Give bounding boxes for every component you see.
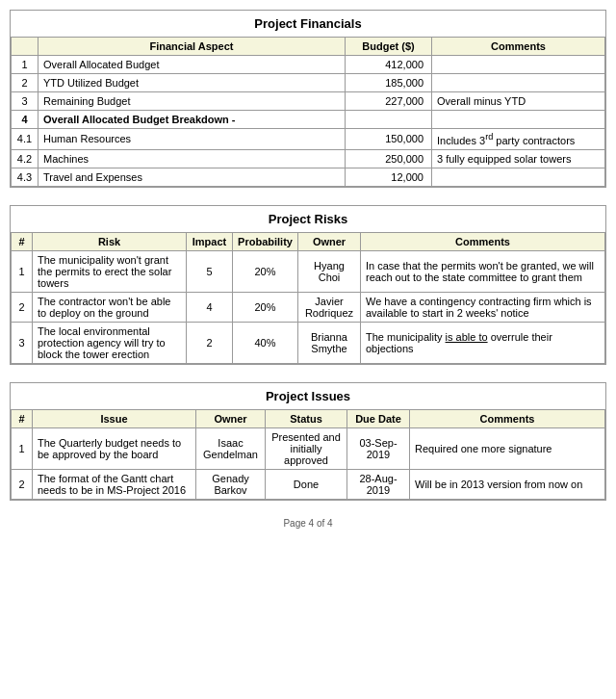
- row-aspect: Machines: [38, 149, 346, 168]
- row-num: 3: [12, 92, 38, 111]
- issues-title: Project Issues: [11, 383, 605, 409]
- risks-row-owner: Javier Rodriquez: [298, 292, 361, 322]
- risks-table: # Risk Impact Probability Owner Comments…: [11, 232, 605, 364]
- row-num: 4.2: [12, 149, 38, 168]
- issues-row-owner: Genady Barkov: [196, 469, 266, 499]
- row-num: 4.1: [12, 129, 38, 150]
- risks-row: 3 The local environmental protection age…: [12, 322, 605, 363]
- issues-row-num: 2: [12, 469, 33, 499]
- row-comments: Includes 3rd party contractors: [432, 129, 605, 150]
- risks-row-num: 1: [12, 250, 33, 292]
- risks-col-num: #: [12, 232, 33, 250]
- issues-row-due: 03-Sep-2019: [347, 427, 410, 469]
- issues-header-row: # Issue Owner Status Due Date Comments: [12, 409, 605, 427]
- risks-row-owner: Brianna Smythe: [298, 322, 361, 363]
- risks-row-prob: 20%: [233, 292, 298, 322]
- risks-row-impact: 2: [187, 322, 233, 363]
- risks-row-num: 2: [12, 292, 33, 322]
- row-budget: 150,000: [346, 129, 432, 150]
- issues-row-issue: The format of the Gantt chart needs to b…: [33, 469, 196, 499]
- issues-row-status: Presented and initially approved: [266, 427, 347, 469]
- financials-row: 4.1 Human Resources 150,000 Includes 3rd…: [12, 129, 605, 150]
- risks-row-impact: 4: [187, 292, 233, 322]
- financials-row: 4.2 Machines 250,000 3 fully equipped so…: [12, 149, 605, 168]
- risks-row-prob: 20%: [233, 250, 298, 292]
- issues-col-due: Due Date: [347, 409, 410, 427]
- risks-row-prob: 40%: [233, 322, 298, 363]
- row-aspect: Overall Allocated Budget: [38, 56, 346, 74]
- risks-row-comments: We have a contingency contracting firm w…: [361, 292, 605, 322]
- risks-row-owner: Hyang Choi: [298, 250, 361, 292]
- row-aspect: Human Resources: [38, 129, 346, 150]
- risks-row-risk: The contractor won't be able to deploy o…: [33, 292, 187, 322]
- financials-title: Project Financials: [11, 11, 605, 37]
- issues-row-comments: Required one more signature: [410, 427, 605, 469]
- risks-row: 1 The municipality won't grant the permi…: [12, 250, 605, 292]
- risks-row-impact: 5: [187, 250, 233, 292]
- row-aspect: YTD Utilized Budget: [38, 74, 346, 92]
- row-num: 2: [12, 74, 38, 92]
- issues-row-due: 28-Aug-2019: [347, 469, 410, 499]
- row-aspect: Overall Allocated Budget Breakdown -: [38, 111, 346, 129]
- row-budget: 185,000: [346, 74, 432, 92]
- financials-header-row: Financial Aspect Budget ($) Comments: [12, 38, 605, 56]
- financials-row: 3 Remaining Budget 227,000 Overall minus…: [12, 92, 605, 111]
- issues-row-status: Done: [266, 469, 347, 499]
- financials-row: 4.3 Travel and Expenses 12,000: [12, 168, 605, 186]
- row-num: 4: [12, 111, 38, 129]
- risks-row-comments: The municipality is able to overrule the…: [361, 322, 605, 363]
- risks-row-risk: The municipality won't grant the permits…: [33, 250, 187, 292]
- issues-section: Project Issues # Issue Owner Status Due …: [10, 382, 606, 501]
- row-comments: Overall minus YTD: [432, 92, 605, 111]
- issues-row-num: 1: [12, 427, 33, 469]
- risks-title: Project Risks: [11, 206, 605, 232]
- row-comments: [432, 168, 605, 186]
- col-num-header: [12, 38, 38, 56]
- issues-row: 2 The format of the Gantt chart needs to…: [12, 469, 605, 499]
- row-aspect: Travel and Expenses: [38, 168, 346, 186]
- risks-section: Project Risks # Risk Impact Probability …: [10, 205, 606, 365]
- issues-col-issue: Issue: [33, 409, 196, 427]
- risks-row-comments: In case that the permits won't be grante…: [361, 250, 605, 292]
- row-comments: 3 fully equipped solar towers: [432, 149, 605, 168]
- financials-table: Financial Aspect Budget ($) Comments 1 O…: [11, 37, 605, 187]
- risks-header-row: # Risk Impact Probability Owner Comments: [12, 232, 605, 250]
- row-budget: [346, 111, 432, 129]
- financials-row: 1 Overall Allocated Budget 412,000: [12, 56, 605, 74]
- issues-col-num: #: [12, 409, 33, 427]
- financials-row: 2 YTD Utilized Budget 185,000: [12, 74, 605, 92]
- issues-col-status: Status: [266, 409, 347, 427]
- row-budget: 227,000: [346, 92, 432, 111]
- row-budget: 412,000: [346, 56, 432, 74]
- row-aspect: Remaining Budget: [38, 92, 346, 111]
- financials-row: 4 Overall Allocated Budget Breakdown -: [12, 111, 605, 129]
- row-comments: [432, 56, 605, 74]
- risks-row-risk: The local environmental protection agenc…: [33, 322, 187, 363]
- col-comments-header: Comments: [432, 38, 605, 56]
- row-comments: [432, 111, 605, 129]
- risks-col-risk: Risk: [33, 232, 187, 250]
- risks-col-prob: Probability: [233, 232, 298, 250]
- page-number: Page 4 of 4: [10, 518, 606, 529]
- issues-table: # Issue Owner Status Due Date Comments 1…: [11, 409, 605, 500]
- risks-row: 2 The contractor won't be able to deploy…: [12, 292, 605, 322]
- issues-col-comments: Comments: [410, 409, 605, 427]
- col-aspect-header: Financial Aspect: [38, 38, 346, 56]
- risks-col-comments: Comments: [361, 232, 605, 250]
- risks-col-owner: Owner: [298, 232, 361, 250]
- issues-row-issue: The Quarterly budget needs to be approve…: [33, 427, 196, 469]
- row-comments: [432, 74, 605, 92]
- issues-row: 1 The Quarterly budget needs to be appro…: [12, 427, 605, 469]
- risks-col-impact: Impact: [187, 232, 233, 250]
- issues-row-owner: Isaac Gendelman: [196, 427, 266, 469]
- issues-row-comments: Will be in 2013 version from now on: [410, 469, 605, 499]
- row-num: 1: [12, 56, 38, 74]
- row-budget: 250,000: [346, 149, 432, 168]
- col-budget-header: Budget ($): [346, 38, 432, 56]
- row-budget: 12,000: [346, 168, 432, 186]
- issues-col-owner: Owner: [196, 409, 266, 427]
- risks-row-num: 3: [12, 322, 33, 363]
- financials-section: Project Financials Financial Aspect Budg…: [10, 10, 606, 188]
- row-num: 4.3: [12, 168, 38, 186]
